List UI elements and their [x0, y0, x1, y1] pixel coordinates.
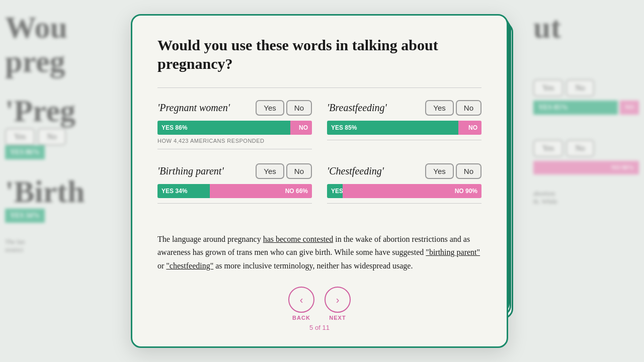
item-divider-birthing-parent	[157, 203, 312, 204]
bar-pregnant-women: YES 86% NO	[157, 121, 312, 135]
next-arrow-icon: ›	[336, 295, 340, 305]
bar-no-birthing-parent: NO 66%	[210, 184, 312, 198]
navigation-section: ‹ BACK › NEXT 5 of 11	[157, 287, 481, 331]
word-label-breastfeeding: 'Breastfeeding'	[327, 102, 387, 114]
back-button[interactable]: ‹	[288, 287, 314, 313]
bg-left-panel: Woupreg 'Preg Yes No YES 86% 'Birth YES …	[0, 0, 116, 362]
yes-button-breastfeeding[interactable]: Yes	[425, 100, 453, 116]
btn-group-chestfeeding: Yes No	[425, 163, 481, 179]
survey-item-pregnant-women: 'Pregnant women' Yes No YES 86% NO HOW 4…	[157, 100, 312, 149]
item-divider-pregnant-women	[157, 149, 312, 149]
bg-right-text-4: abortionth. While	[533, 190, 639, 206]
survey-item-header-birthing-parent: 'Birthing parent' Yes No	[157, 163, 312, 179]
bar-no-breastfeeding: NO	[458, 121, 481, 135]
no-button-pregnant-women[interactable]: No	[286, 100, 312, 116]
item-divider-breastfeeding	[327, 140, 481, 140]
link-contested: has become contested	[263, 235, 334, 243]
bar-no-pregnant-women: NO	[290, 121, 312, 135]
back-nav-wrapper: ‹ BACK	[288, 287, 314, 321]
yes-button-chestfeeding[interactable]: Yes	[425, 163, 453, 179]
yes-button-pregnant-women[interactable]: Yes	[256, 100, 284, 116]
bar-yes-pregnant-women: YES 86%	[157, 121, 290, 135]
btn-group-birthing-parent: Yes No	[256, 163, 312, 179]
bg-right-panel: ut Yes No YES 85% NO Yes No NO 90% abort…	[528, 0, 644, 362]
bar-breastfeeding: YES 85% NO	[327, 121, 481, 135]
bg-left-text-4: The lanrestrict	[5, 238, 111, 254]
bg-left-text-3: 'Birth YES 34%	[5, 174, 111, 223]
no-button-birthing-parent[interactable]: No	[286, 163, 312, 179]
item-divider-chestfeeding	[327, 203, 481, 204]
bg-right-text-2: Yes No YES 85% NO	[533, 59, 639, 115]
back-arrow-icon: ‹	[300, 295, 303, 305]
link-birthing-parent: "birthing parent"	[426, 248, 480, 256]
word-label-pregnant-women: 'Pregnant women'	[157, 102, 230, 114]
respondents-text: HOW 4,423 AMERICANS RESPONDED	[157, 138, 312, 144]
bg-right-text-1: ut	[533, 10, 639, 44]
bg-left-text-1: Woupreg	[5, 10, 111, 78]
word-label-birthing-parent: 'Birthing parent'	[157, 165, 224, 177]
survey-item-birthing-parent: 'Birthing parent' Yes No YES 34% NO 66%	[157, 163, 312, 204]
bar-no-chestfeeding: NO 90%	[343, 184, 481, 198]
survey-item-header-chestfeeding: 'Chestfeeding' Yes No	[327, 163, 481, 179]
nav-buttons: ‹ BACK › NEXT	[288, 287, 351, 321]
link-chestfeeding: "chestfeeding"	[166, 261, 213, 270]
no-button-chestfeeding[interactable]: No	[456, 163, 481, 179]
page-indicator: 5 of 11	[309, 324, 330, 331]
bar-yes-breastfeeding: YES 85%	[327, 121, 458, 135]
yes-button-birthing-parent[interactable]: Yes	[256, 163, 284, 179]
next-button[interactable]: ›	[325, 287, 351, 313]
next-nav-wrapper: › NEXT	[325, 287, 351, 321]
bar-yes-birthing-parent: YES 34%	[157, 184, 210, 198]
back-label: BACK	[292, 315, 310, 321]
survey-item-header-pregnant-women: 'Pregnant women' Yes No	[157, 100, 312, 116]
top-divider	[157, 87, 481, 88]
bar-chestfeeding: YES NO 90%	[327, 184, 481, 198]
survey-item-chestfeeding: 'Chestfeeding' Yes No YES NO 90%	[327, 163, 481, 204]
next-label: NEXT	[329, 315, 346, 321]
survey-item-breastfeeding: 'Breastfeeding' Yes No YES 85% NO	[327, 100, 481, 149]
bg-right-text-3: Yes No NO 90%	[533, 130, 639, 174]
question-title: Would you use these words in talking abo…	[157, 36, 481, 73]
bar-birthing-parent: YES 34% NO 66%	[157, 184, 312, 198]
no-button-breastfeeding[interactable]: No	[456, 100, 481, 116]
btn-group-pregnant-women: Yes No	[256, 100, 312, 116]
body-text-section: The language around pregnancy has become…	[157, 228, 481, 273]
body-paragraph: The language around pregnancy has become…	[157, 233, 481, 273]
card-stack: Would you use these words in talking abo…	[131, 14, 513, 348]
survey-grid: 'Pregnant women' Yes No YES 86% NO HOW 4…	[157, 100, 481, 218]
bar-yes-chestfeeding: YES	[327, 184, 343, 198]
btn-group-breastfeeding: Yes No	[425, 100, 481, 116]
main-card: Would you use these words in talking abo…	[131, 14, 508, 348]
word-label-chestfeeding: 'Chestfeeding'	[327, 165, 384, 177]
bg-left-text-2: 'Preg Yes No YES 86%	[5, 94, 111, 159]
survey-item-header-breastfeeding: 'Breastfeeding' Yes No	[327, 100, 481, 116]
